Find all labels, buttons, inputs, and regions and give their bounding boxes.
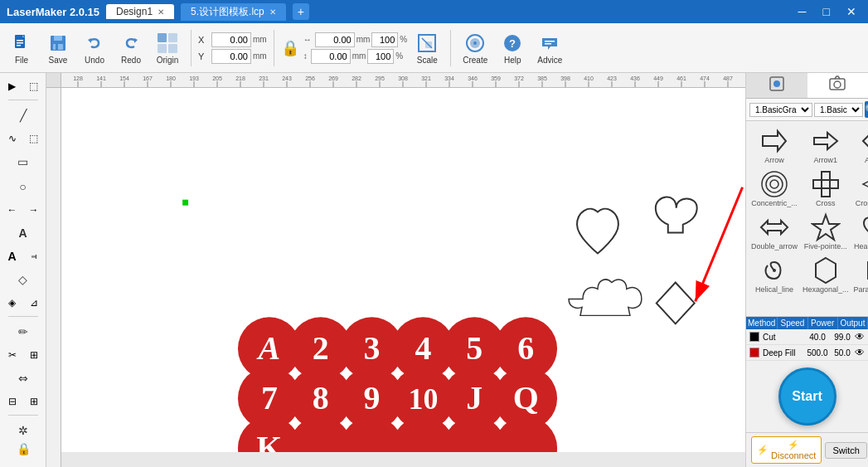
shape-double-arrow[interactable]: Double_arrow (749, 211, 799, 252)
tab-design2[interactable]: 5.设计图模板.lcp ✕ (181, 3, 286, 21)
method-row-cut[interactable]: Cut 40.0 99.0 👁 (746, 329, 868, 345)
undo-tool[interactable]: Undo (78, 30, 111, 66)
height-input[interactable] (311, 49, 351, 64)
tab-shapes[interactable] (746, 73, 807, 98)
shape-cross[interactable]: Cross (801, 168, 851, 209)
create-icon (463, 32, 487, 55)
file-tool[interactable]: File (5, 30, 38, 66)
lock-bottom-icon[interactable]: 🔒 (8, 437, 38, 460)
measure-tool[interactable]: ⊿ (24, 293, 44, 313)
undo-label: Undo (85, 56, 104, 65)
width-pct-input[interactable] (371, 32, 398, 47)
svg-text:295: 295 (375, 75, 385, 81)
curve-tools: ∿ ⬚ (2, 129, 44, 148)
toolbar-divider-1 (191, 30, 192, 66)
fill2-tool[interactable]: ◈ (2, 293, 22, 313)
shape-parallelogram[interactable]: Parallelogram (852, 254, 868, 295)
circle-tool[interactable]: ○ (8, 175, 38, 198)
tab-camera[interactable] (807, 73, 869, 98)
save-tool[interactable]: Save (41, 30, 75, 66)
start-button[interactable]: Start (778, 367, 836, 426)
shape-arrow2[interactable]: Arrow2 (852, 124, 868, 166)
right-arrow-tool[interactable]: → (24, 200, 44, 220)
x-input[interactable] (211, 32, 251, 47)
main-toolbar: File Save Undo Redo Origin X mm Y (0, 23, 868, 73)
svg-text:154: 154 (119, 75, 129, 81)
shape-arrow1[interactable]: Arrow1 (801, 124, 851, 166)
close-button[interactable]: ✕ (841, 3, 861, 20)
shape-heart[interactable]: Heart-shaped (852, 211, 868, 252)
create-tool[interactable]: Create (458, 30, 492, 66)
maximize-button[interactable]: □ (818, 3, 835, 20)
shape-concentric[interactable]: Concentric_... (749, 168, 799, 209)
shape-hexagonal[interactable]: Hexagonal_... (801, 254, 851, 295)
shape-five-pointe[interactable]: Five-pointe... (801, 211, 851, 252)
shape-cross-arrow[interactable]: Cross_arrow (852, 168, 868, 209)
line-tool[interactable]: ╱ (8, 104, 38, 127)
add-tab-button[interactable]: + (293, 3, 309, 20)
grid-tool[interactable]: ⊞ (24, 345, 44, 365)
left-arrow-tool[interactable]: ← (2, 200, 22, 220)
height-pct-input[interactable] (367, 49, 394, 64)
canvas-work-area[interactable]: A 2 3 4 5 6 7 8 9 10 (61, 88, 745, 452)
cut-tool[interactable]: ✂ (2, 345, 22, 365)
tab-close-design1[interactable]: ✕ (158, 7, 164, 17)
right-tabs (746, 73, 868, 99)
scale-tool[interactable]: Scale (410, 30, 444, 66)
ruler-vertical (46, 88, 61, 467)
lock-group: 🔒 (281, 39, 299, 57)
width-input[interactable] (315, 32, 355, 47)
redo-icon (119, 32, 143, 55)
helical-icon (759, 255, 789, 285)
switch-button[interactable]: Switch (825, 442, 866, 459)
col-power: Power (808, 317, 838, 329)
shape-arrow[interactable]: Arrow (749, 124, 799, 166)
transform-tool[interactable]: ⇔ (8, 367, 38, 390)
scale-icon (415, 32, 439, 55)
text3-tool[interactable]: ⫤ (24, 246, 44, 266)
text-tool[interactable]: A (8, 221, 38, 245)
arrow-select-tool[interactable]: ▶ (2, 76, 22, 96)
text2-tool[interactable]: A (2, 246, 22, 266)
h-unit: mm (352, 51, 366, 61)
col-speed: Speed (778, 317, 807, 329)
svg-text:243: 243 (282, 75, 292, 81)
svg-text:436: 436 (630, 75, 640, 81)
y-label: Y (198, 51, 210, 61)
tab-design1[interactable]: Design1 ✕ (106, 4, 174, 19)
curve2-tool[interactable]: ⬚ (24, 129, 44, 148)
origin-tool[interactable]: Origin (151, 30, 184, 66)
pencil-tool[interactable]: ✏ (8, 320, 38, 343)
layer-tool[interactable]: ⊟ (2, 392, 22, 411)
advice-tool[interactable]: Advice (532, 30, 567, 66)
text-tools-2: A ⫤ (2, 246, 44, 266)
method-row-deepfill[interactable]: Deep Fill 500.0 50.0 👁 (746, 345, 868, 361)
advice-icon (538, 32, 561, 55)
ruler-horizontal: 1281411541671801932052182312432562692822… (61, 73, 745, 88)
svg-text:449: 449 (653, 75, 663, 81)
node-select-tool[interactable]: ⬚ (24, 76, 44, 96)
curve-tool[interactable]: ∿ (2, 129, 22, 148)
lib-select-2[interactable]: 1.Basic (814, 103, 863, 117)
deepfill-visibility[interactable]: 👁 (855, 347, 865, 358)
fill-tool[interactable]: ◇ (8, 268, 38, 291)
y-input[interactable] (211, 49, 251, 64)
svg-marker-111 (812, 215, 839, 240)
lock-icon[interactable]: 🔒 (281, 39, 299, 57)
minimize-button[interactable]: ─ (793, 3, 812, 20)
redo-tool[interactable]: Redo (114, 30, 148, 66)
tab-close-design2[interactable]: ✕ (269, 7, 276, 17)
svg-text:385: 385 (537, 75, 547, 81)
svg-text:4: 4 (415, 329, 431, 367)
lib-search-button[interactable]: 🔍 (865, 101, 868, 118)
cut-visibility[interactable]: 👁 (855, 331, 865, 343)
layer2-tool[interactable]: ⊞ (24, 392, 44, 411)
svg-text:141: 141 (96, 75, 106, 81)
help-tool[interactable]: ? Help (496, 30, 529, 66)
lib-select-1[interactable]: 1.BasicGra (749, 103, 812, 117)
shape-helical[interactable]: Helical_line (749, 254, 799, 295)
disconnect-button[interactable]: ⚡ ⚡ Disconnect (751, 436, 822, 464)
help-icon: ? (501, 32, 524, 55)
rect-tool[interactable]: ▭ (8, 150, 38, 173)
h-pct-label: % (395, 51, 403, 61)
